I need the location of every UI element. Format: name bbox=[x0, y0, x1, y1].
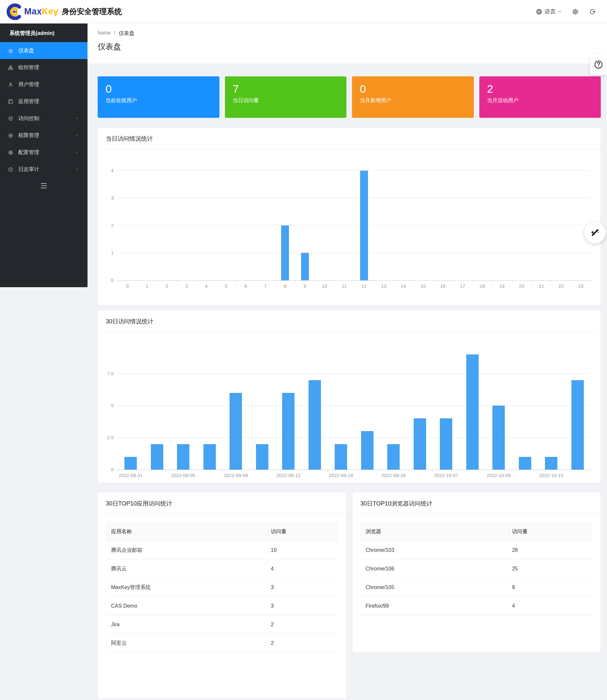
breadcrumb: home / 仪表盘 bbox=[87, 23, 607, 37]
x-axis-label: 18 bbox=[473, 281, 492, 292]
x-axis-label: 2 bbox=[157, 281, 177, 292]
sidebar-item-3[interactable]: 用户管理 bbox=[0, 76, 87, 93]
settings-button[interactable] bbox=[572, 8, 579, 15]
sidebar-item-2[interactable]: 组织管理 bbox=[0, 59, 87, 76]
table-cell-count: 25 bbox=[512, 566, 587, 572]
help-button[interactable] bbox=[590, 54, 607, 75]
table-header-cell: 浏览器 bbox=[366, 528, 512, 535]
breadcrumb-current: 仪表盘 bbox=[119, 30, 134, 37]
sidebar-item-5[interactable]: 访问控制 bbox=[0, 110, 87, 127]
table-header-cell: 访问量 bbox=[512, 528, 587, 535]
x-axis-label: 11 bbox=[334, 281, 354, 292]
breadcrumb-home[interactable]: home bbox=[98, 30, 111, 37]
x-axis-label: 0 bbox=[118, 281, 137, 292]
sidebar-item-1[interactable]: 仪表盘 bbox=[0, 42, 87, 59]
chart-bar bbox=[256, 444, 268, 469]
table-header-cell: 访问量 bbox=[271, 528, 333, 535]
x-axis-label bbox=[565, 470, 591, 481]
chart-bar bbox=[545, 457, 557, 469]
x-axis-label: 23 bbox=[571, 281, 591, 292]
maxkey-logo-icon bbox=[5, 3, 23, 21]
y-axis-label: 2.5 bbox=[107, 435, 113, 440]
table-row: Chrome/103 28 bbox=[360, 541, 593, 560]
x-axis-label: 2022-10-07 bbox=[433, 470, 459, 481]
table-cell-count: 4 bbox=[512, 603, 587, 609]
y-axis-label: 2 bbox=[111, 223, 113, 228]
gear-icon bbox=[8, 150, 14, 155]
sidebar-item-6[interactable]: 权限管理 bbox=[0, 127, 87, 144]
logo: MaxKey 身份安全管理系统 bbox=[0, 3, 122, 21]
table-row: Jira 2 bbox=[106, 615, 338, 634]
sidebar-item-label: 配置管理 bbox=[18, 149, 39, 156]
breadcrumb-separator: / bbox=[114, 30, 115, 37]
top-apps-table-card: 30日TOP10应用访问统计 应用名称 访问量腾讯企业邮箱 10腾讯云 4Max… bbox=[98, 492, 347, 699]
x-axis-label: 2022-09-12 bbox=[275, 470, 302, 481]
y-axis-label: 4 bbox=[111, 168, 113, 173]
chart-bar bbox=[493, 406, 505, 469]
stat-label: 当月新增用户 bbox=[360, 97, 466, 104]
stat-value: 0 bbox=[105, 82, 212, 96]
x-axis-label bbox=[144, 470, 170, 481]
x-axis-label bbox=[354, 470, 381, 481]
language-dropdown[interactable]: 语言 bbox=[536, 8, 562, 15]
stat-card-2: 7 当日访问量 bbox=[225, 76, 347, 118]
chart-bar bbox=[387, 444, 400, 469]
theme-wand-button[interactable] bbox=[584, 222, 606, 243]
x-axis-label: 9 bbox=[295, 281, 314, 292]
logout-button[interactable] bbox=[589, 8, 596, 15]
stat-label: 当日访问量 bbox=[233, 97, 339, 104]
stat-card-1: 0 当前在线用户 bbox=[98, 76, 219, 118]
chevron-down-icon bbox=[75, 168, 79, 171]
wand-icon bbox=[590, 227, 600, 238]
chart-bar bbox=[440, 418, 452, 469]
table-cell-count: 2 bbox=[271, 622, 333, 628]
sidebar-item-7[interactable]: 配置管理 bbox=[0, 144, 87, 161]
sidebar-menu: 仪表盘 组织管理 用户管理 应用管理 访问控制 权 bbox=[0, 42, 87, 178]
x-axis-label bbox=[196, 470, 223, 481]
x-axis-label: 12 bbox=[354, 281, 374, 292]
table-row: 腾讯云 4 bbox=[106, 560, 338, 578]
brand-max: Max bbox=[24, 6, 42, 16]
x-axis-label: 5 bbox=[216, 281, 236, 292]
chart-bar bbox=[309, 380, 321, 469]
chart-bar bbox=[466, 354, 479, 469]
table-cell-name: 腾讯云 bbox=[111, 566, 271, 572]
table-row: 腾讯企业邮箱 10 bbox=[106, 541, 338, 560]
table-cell-count: 2 bbox=[271, 640, 333, 646]
app-icon bbox=[8, 99, 14, 105]
table-cell-name: Chrome/103 bbox=[366, 547, 512, 553]
x-axis-label: 20 bbox=[512, 281, 531, 292]
x-axis-label: 21 bbox=[531, 281, 551, 292]
table-row: Firefox/99 4 bbox=[360, 597, 593, 615]
sidebar-item-8[interactable]: 日志审计 bbox=[0, 161, 87, 178]
sidebar-item-4[interactable]: 应用管理 bbox=[0, 93, 87, 110]
table-cell-name: Jira bbox=[111, 622, 271, 628]
globe-icon bbox=[536, 8, 543, 15]
table-row: MaxKey管理系统 3 bbox=[106, 578, 338, 597]
chart-bar bbox=[335, 444, 347, 469]
sidebar-item-label: 组织管理 bbox=[18, 64, 39, 71]
x-axis-label: 4 bbox=[196, 281, 216, 292]
x-axis-label bbox=[512, 470, 539, 481]
stat-card-3: 0 当月新增用户 bbox=[352, 76, 474, 118]
chart-bar bbox=[177, 444, 189, 469]
shield-check-icon bbox=[8, 116, 14, 122]
tables-row: 30日TOP10应用访问统计 应用名称 访问量腾讯企业邮箱 10腾讯云 4Max… bbox=[98, 492, 601, 699]
table-header-row: 浏览器 访问量 bbox=[360, 523, 593, 541]
chart-bar bbox=[151, 444, 163, 469]
table-title: 30日TOP10浏览器访问统计 bbox=[353, 493, 601, 514]
table-cell-count: 9 bbox=[512, 585, 587, 590]
stat-value: 0 bbox=[360, 82, 466, 96]
top-apps-table: 应用名称 访问量腾讯企业邮箱 10腾讯云 4MaxKey管理系统 3CAS De… bbox=[98, 514, 346, 653]
app-header: MaxKey 身份安全管理系统 语言 bbox=[0, 0, 607, 23]
menu-fold-icon[interactable] bbox=[40, 182, 48, 190]
x-axis-label: 1 bbox=[137, 281, 157, 292]
home-icon bbox=[8, 48, 14, 53]
chart-bar bbox=[230, 393, 242, 469]
y-axis-label: 7.5 bbox=[107, 371, 113, 376]
stat-value: 2 bbox=[487, 82, 593, 96]
table-cell-count: 10 bbox=[271, 547, 333, 553]
daily-visits-x-axis: 01234567891011121314151617181920212223 bbox=[118, 280, 591, 292]
top-browsers-table-card: 30日TOP10浏览器访问统计 浏览器 访问量Chrome/103 28Chro… bbox=[352, 492, 601, 653]
x-axis-label: 13 bbox=[374, 281, 394, 292]
